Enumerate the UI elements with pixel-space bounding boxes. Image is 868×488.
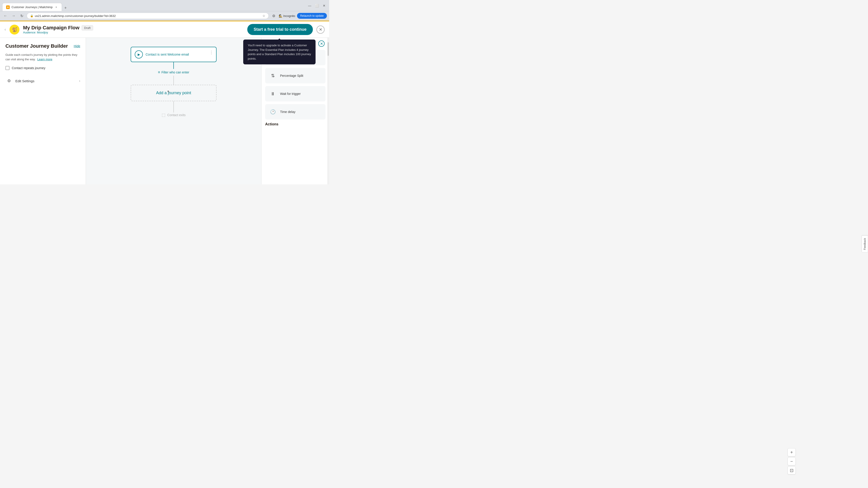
play-icon: ▶: [135, 51, 143, 59]
exit-icon: ⬚: [162, 112, 165, 118]
contact-exits-label: Contact exits: [167, 113, 186, 117]
close-panel-button[interactable]: ✕: [318, 40, 324, 47]
learn-more-link[interactable]: Learn more: [37, 58, 52, 61]
node-link[interactable]: Welcome email: [167, 53, 189, 56]
url-text: us21.admin.mailchimp.com/customer-journe…: [35, 14, 261, 18]
edit-settings-row[interactable]: ⚙ Edit Settings ›: [5, 74, 80, 87]
close-app-button[interactable]: ✕: [316, 26, 324, 34]
incognito-icon: 🕵: [279, 14, 282, 18]
mailchimp-logo: 🐒: [9, 25, 20, 35]
title-text: My Drip Campaign Flow: [23, 25, 79, 31]
journey-container: ▶ Contact is sent Welcome email ⋮ ≡ Filt…: [117, 47, 230, 118]
rule-label-percentage-split: Percentage Split: [280, 74, 303, 77]
edit-settings-left: ⚙ Edit Settings: [5, 77, 34, 85]
window-controls: — ⬜ ✕: [307, 3, 327, 8]
actions-section-title: Actions: [265, 122, 326, 126]
app-title-area: My Drip Campaign Flow Draft Audience: Mo…: [23, 25, 244, 34]
audience-subtitle: Audience: Moodjoy: [23, 31, 244, 34]
tab-favicon: M: [6, 5, 10, 9]
node-text: Contact is sent Welcome email: [146, 53, 189, 56]
scrollbar-thumb: [328, 42, 329, 56]
tab-title: Customer Journeys | Mailchimp: [11, 5, 53, 9]
contact-exits: ⬚ Contact exits: [162, 112, 186, 118]
new-tab-button[interactable]: +: [62, 5, 69, 11]
incognito-indicator: 🕵 Incognito: [279, 14, 295, 18]
browser-chrome: M Customer Journeys | Mailchimp × + — ⬜ …: [0, 0, 329, 11]
hide-sidebar-button[interactable]: Hide: [74, 44, 80, 48]
sidebar-header: Customer Journey Builder Hide: [5, 43, 80, 49]
sidebar-description: Guide each contact's journey by plotting…: [5, 53, 80, 61]
minimize-button[interactable]: —: [307, 3, 312, 8]
rule-item-time-delay[interactable]: 🕐 Time delay: [265, 104, 326, 120]
contact-repeats-checkbox[interactable]: [5, 66, 9, 70]
edit-settings-label: Edit Settings: [16, 79, 34, 83]
percentage-split-icon: ⇅: [269, 72, 277, 80]
connector-line-3: [174, 101, 174, 112]
sidebar-title: Customer Journey Builder: [5, 43, 68, 49]
relaunch-button[interactable]: Relaunch to update: [297, 13, 327, 19]
maximize-button[interactable]: ⬜: [314, 3, 320, 8]
app-back-button[interactable]: ‹: [4, 27, 6, 32]
contact-repeats-row: Contact repeats journey: [5, 66, 80, 70]
rule-label-wait-trigger: Wait for trigger: [280, 92, 301, 96]
filter-icon: ≡: [158, 70, 160, 74]
rule-item-percentage-split[interactable]: ⇅ Percentage Split: [265, 68, 326, 84]
lock-icon: 🔒: [30, 14, 33, 18]
app-topbar: ‹ 🐒 My Drip Campaign Flow Draft Audience…: [0, 22, 329, 38]
wait-trigger-icon: ⏸: [269, 90, 277, 98]
node-menu-button[interactable]: ⋮: [209, 50, 213, 55]
sidebar: Customer Journey Builder Hide Guide each…: [0, 38, 86, 184]
bookmark-button[interactable]: ☆: [262, 14, 266, 18]
panel-scrollbar[interactable]: [327, 38, 329, 184]
filter-label: Filter who can enter: [161, 70, 189, 74]
incognito-label: Incognito: [283, 14, 295, 18]
add-journey-point-box[interactable]: Add a journey point: [131, 85, 217, 101]
tab-bar: M Customer Journeys | Mailchimp × +: [2, 0, 69, 11]
tab-close-btn[interactable]: ×: [55, 5, 58, 9]
draft-badge: Draft: [82, 25, 93, 31]
rule-label-time-delay: Time delay: [280, 110, 296, 113]
add-journey-label: Add a journey point: [156, 91, 191, 95]
refresh-button[interactable]: ↻: [19, 13, 25, 19]
connector-line-2: [174, 76, 174, 85]
trial-tooltip: You'll need to upgrade to activate a Cus…: [243, 39, 315, 64]
settings-icon: ⚙: [5, 77, 13, 85]
url-bar[interactable]: 🔒 us21.admin.mailchimp.com/customer-jour…: [27, 13, 269, 19]
campaign-title: My Drip Campaign Flow Draft: [23, 25, 244, 31]
back-nav-button[interactable]: ←: [2, 13, 8, 19]
time-delay-icon: 🕐: [269, 108, 277, 116]
close-window-button[interactable]: ✕: [321, 3, 327, 8]
main-canvas: ▶ Contact is sent Welcome email ⋮ ≡ Filt…: [86, 38, 261, 184]
active-tab[interactable]: M Customer Journeys | Mailchimp ×: [2, 3, 62, 11]
connector-line-1: [174, 62, 174, 69]
chevron-right-icon: ›: [79, 79, 80, 83]
address-bar: ← → ↻ 🔒 us21.admin.mailchimp.com/custome…: [0, 11, 329, 21]
email-node[interactable]: ▶ Contact is sent Welcome email ⋮: [131, 47, 217, 62]
extensions-button[interactable]: ⚙: [271, 13, 277, 19]
filter-who-can-enter-button[interactable]: ≡ Filter who can enter: [155, 69, 192, 76]
contact-repeats-label: Contact repeats journey: [12, 66, 45, 70]
forward-nav-button[interactable]: →: [10, 13, 17, 19]
toolbar-right: ⚙ 🕵 Incognito Relaunch to update: [271, 13, 327, 19]
rule-item-wait-trigger[interactable]: ⏸ Wait for trigger: [265, 86, 326, 101]
start-trial-button[interactable]: Start a free trial to continue: [247, 24, 313, 35]
